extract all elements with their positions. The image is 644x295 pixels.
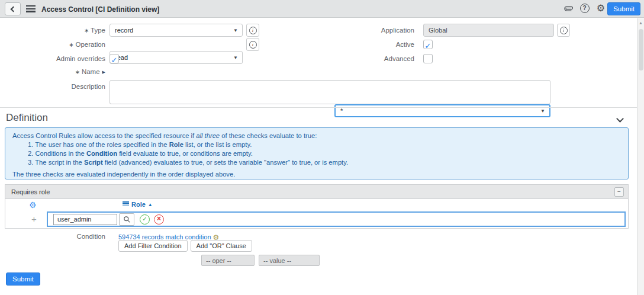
requires-role-panel: Requires role − ⚙ Role ▲ + ✓ [5,184,629,229]
operation-field-label: ∗Operation [0,38,105,52]
info-rule-1: 1. The user has one of the roles specifi… [12,141,621,149]
acl-info-message-box: Access Control Rules allow access to the… [5,127,629,179]
info-icon: i [560,27,568,34]
mandatory-marker: ∗ [69,41,73,48]
column-menu-icon [123,201,129,207]
submit-button-header[interactable]: Submit [607,2,640,15]
sort-ascending-icon: ▲ [148,202,153,207]
role-edit-cell: ✓ × [47,211,626,227]
description-textarea[interactable] [110,80,550,104]
info-intro-line: Access Control Rules allow access to the… [12,132,621,140]
form-header-bar: Access Control [CI Definition view] ? ⚙ … [0,0,644,18]
scrollbar-up-arrow-icon[interactable]: ▲ [637,21,644,25]
application-field-label: Application [309,24,414,37]
add-row-plus-icon[interactable]: + [31,214,37,224]
help-icon[interactable]: ? [580,4,590,13]
role-reference-input[interactable] [53,214,117,225]
description-field-label: Description [0,80,105,93]
back-button[interactable] [5,2,21,15]
requires-role-title: Requires role [5,185,628,199]
mandatory-marker: ∗ [75,69,80,75]
mandatory-marker: ∗ [84,27,89,34]
list-settings-gear-icon[interactable]: ⚙ [29,200,37,210]
operation-select[interactable]: read▼ [110,51,243,64]
type-select[interactable]: record▼ [110,24,243,37]
page-title: Access Control [CI Definition view] [41,5,159,14]
attachment-paperclip-icon[interactable] [564,4,573,13]
add-or-clause-button[interactable]: Add "OR" Clause [191,240,252,252]
dropdown-arrow-icon: ▼ [233,24,238,37]
operator-input[interactable] [201,255,255,266]
advanced-checkbox[interactable] [423,54,433,63]
reference-lookup-button[interactable] [119,213,134,226]
role-edit-row: + ✓ × [5,211,628,228]
active-field-label: Active [309,38,414,51]
info-rule-2: 2. Conditions in the Condition field eva… [12,150,621,158]
checkmark-icon: ✓ [425,41,432,50]
confirm-check-icon[interactable]: ✓ [140,214,150,225]
type-info-button[interactable]: i [246,24,259,37]
definition-section-title: Definition [0,108,637,124]
type-select-value: record [115,27,133,34]
info-icon: i [249,41,257,49]
scrollbar-thumb[interactable] [639,29,643,70]
dependent-field-arrow-icon: ▶ [102,70,105,74]
requires-role-header: Requires role − [5,185,628,199]
application-input[interactable] [423,24,554,37]
dropdown-arrow-icon: ▼ [233,52,238,64]
name-field-label: ∗Name▶ [0,65,105,79]
info-icon: i [249,27,257,34]
add-filter-condition-button[interactable]: Add Filter Condition [118,240,188,252]
checkmark-icon: ✓ [111,56,118,65]
type-field-label: ∗Type [0,24,105,37]
settings-gear-icon[interactable]: ⚙ [597,3,605,14]
role-column-label: Role [131,201,146,208]
search-icon [123,216,131,223]
role-list-column-header-row: ⚙ Role ▲ [5,199,628,211]
collapse-minus-button[interactable]: − [614,187,624,197]
application-info-button[interactable]: i [557,24,570,37]
vertical-scrollbar[interactable]: ▲ [637,18,644,295]
info-rule-3: 3. The script in the Script field (advan… [12,159,621,166]
cancel-x-icon[interactable]: × [154,214,164,225]
context-menu-icon[interactable] [26,5,36,12]
condition-buttons-row: Add Filter Condition Add "OR" Clause [118,240,252,252]
chevron-left-icon [11,7,17,12]
access-control-form-page: Access Control [CI Definition view] ? ⚙ … [0,0,644,295]
definition-section-header: Definition [0,107,637,126]
role-column-header[interactable]: Role ▲ [123,201,153,208]
admin-overrides-field-label: Admin overrides [0,52,105,65]
value-input[interactable] [259,255,320,266]
condition-field-label: Condition [0,230,105,243]
advanced-field-label: Advanced [309,52,414,65]
submit-button-footer[interactable]: Submit [6,272,40,286]
admin-overrides-checkbox[interactable]: ✓ [110,54,119,63]
operation-info-button[interactable]: i [246,38,259,51]
info-footer-line: The three checks are evaluated independe… [12,171,621,178]
active-checkbox[interactable]: ✓ [423,40,433,49]
